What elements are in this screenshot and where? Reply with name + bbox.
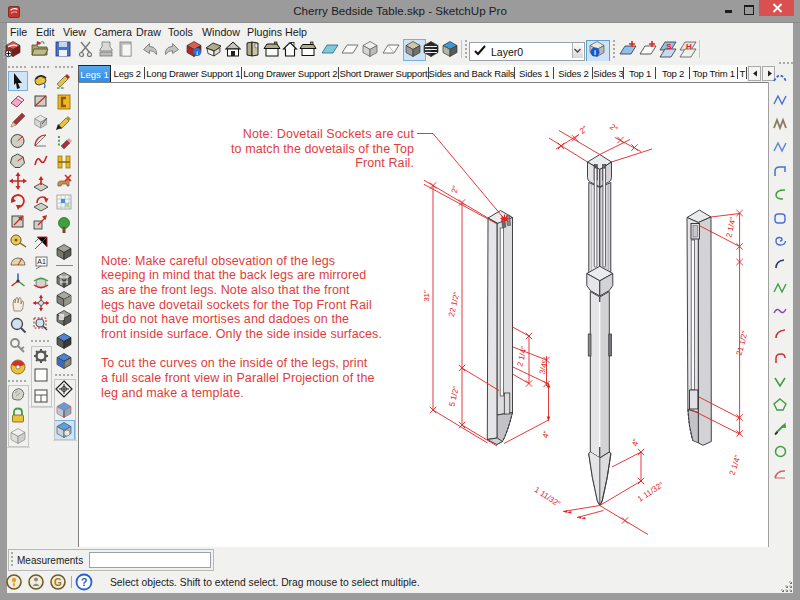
svg-text:2″: 2″ bbox=[578, 124, 589, 136]
svg-text:3/4″: 3/4″ bbox=[538, 359, 550, 375]
svg-text:1 11/32″: 1 11/32″ bbox=[533, 485, 562, 508]
svg-text:31″: 31″ bbox=[422, 290, 431, 302]
svg-text:22 1/2″: 22 1/2″ bbox=[447, 291, 461, 318]
svg-text:2″: 2″ bbox=[608, 122, 619, 134]
svg-text:2 1/4″: 2 1/4″ bbox=[728, 454, 743, 477]
svg-text:2″: 2″ bbox=[450, 185, 461, 195]
svg-text:1 11/32″: 1 11/32″ bbox=[636, 480, 665, 503]
svg-text:5 1/2″: 5 1/2″ bbox=[447, 385, 460, 407]
svg-text:4″: 4″ bbox=[541, 430, 551, 439]
svg-text:4″: 4″ bbox=[630, 438, 640, 447]
svg-text:2 1/4″: 2 1/4″ bbox=[724, 216, 737, 238]
svg-text:21 1/2″: 21 1/2″ bbox=[734, 330, 749, 357]
